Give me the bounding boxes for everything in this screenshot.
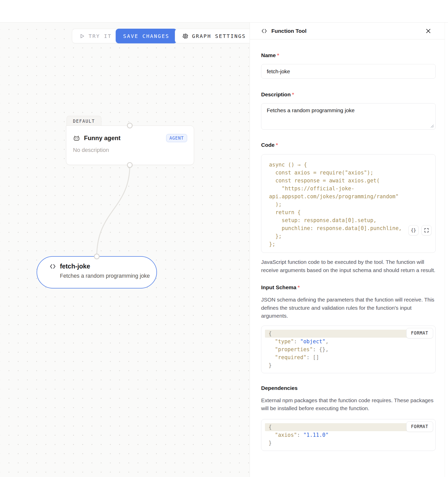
required-asterisk: * [277, 52, 279, 58]
tool-node-description: Fetches a random programming joke [49, 273, 156, 279]
group-tab-default: DEFAULT [67, 116, 101, 126]
dependencies-help-text: External npm packages that the function … [261, 396, 436, 412]
agent-node[interactable]: Funny agent AGENT No description [66, 126, 194, 165]
graph-settings-label: GRAPH SETTINGS [192, 33, 246, 39]
try-it-label: TRY IT [89, 33, 112, 39]
format-button[interactable]: FORMAT [406, 421, 433, 432]
required-asterisk: * [292, 91, 294, 97]
fullscreen-icon [424, 228, 429, 233]
save-changes-button[interactable]: SAVE CHANGES [116, 29, 177, 43]
input-schema-editor[interactable]: FORMAT { "type": "object", "properties":… [261, 326, 436, 373]
dependencies-label: Dependencies [261, 385, 436, 391]
tool-node-title: fetch-joke [60, 263, 90, 270]
input-schema-help-text: JSON schema defining the parameters that… [261, 296, 436, 320]
agent-node-description: No description [73, 147, 187, 153]
function-tool-panel: Function Tool Name* Description* Fetches… [250, 23, 448, 477]
top-bar [0, 0, 448, 23]
name-label: Name* [261, 52, 436, 58]
fullscreen-button[interactable] [421, 225, 432, 235]
try-it-button[interactable]: TRY IT [72, 29, 119, 43]
format-label: FORMAT [411, 424, 428, 429]
agent-type-badge: AGENT [166, 134, 187, 142]
close-panel-button[interactable] [424, 27, 433, 35]
agent-output-handle[interactable] [127, 162, 133, 168]
agent-node-title: Funny agent [84, 134, 121, 142]
panel-title: Function Tool [271, 28, 306, 34]
format-button[interactable]: FORMAT [406, 328, 433, 338]
agent-input-handle[interactable] [127, 123, 133, 128]
group-tab-label: DEFAULT [73, 119, 95, 124]
close-icon [425, 28, 431, 34]
description-textarea[interactable]: Fetches a random programming joke [261, 103, 436, 130]
description-label: Description* [261, 91, 436, 98]
dependencies-editor[interactable]: FORMAT { "axios": "1.11.0"} [261, 419, 436, 451]
panel-header: Function Tool [250, 23, 448, 39]
input-schema-label: Input Schema* [261, 284, 436, 291]
required-asterisk: * [276, 142, 278, 148]
code-help-text: JavaScript function code to be executed … [261, 258, 436, 274]
save-changes-label: SAVE CHANGES [123, 33, 169, 39]
code-editor[interactable]: async () ⇒ { const axios = require("axio… [261, 154, 436, 253]
code-icon [261, 28, 267, 34]
graph-canvas[interactable]: TRY IT SAVE CHANGES GRAPH SETTINGS DEFAU… [0, 23, 250, 477]
edge-connection [0, 23, 250, 477]
required-asterisk: * [298, 284, 300, 290]
tool-node-fetch-joke[interactable]: fetch-joke Fetches a random programming … [37, 256, 157, 288]
tool-input-handle[interactable] [94, 254, 100, 259]
format-label: FORMAT [411, 330, 428, 336]
code-icon [49, 263, 56, 269]
graph-settings-button[interactable]: GRAPH SETTINGS [175, 29, 250, 43]
panel-scrollbar-gutter[interactable] [445, 23, 448, 477]
gear-icon [182, 33, 188, 39]
code-label: Code* [261, 142, 436, 148]
robot-icon [73, 134, 80, 142]
braces-button[interactable]: {} [408, 225, 419, 235]
braces-label: {} [411, 228, 416, 233]
play-icon [79, 33, 85, 39]
name-input[interactable] [261, 64, 436, 79]
